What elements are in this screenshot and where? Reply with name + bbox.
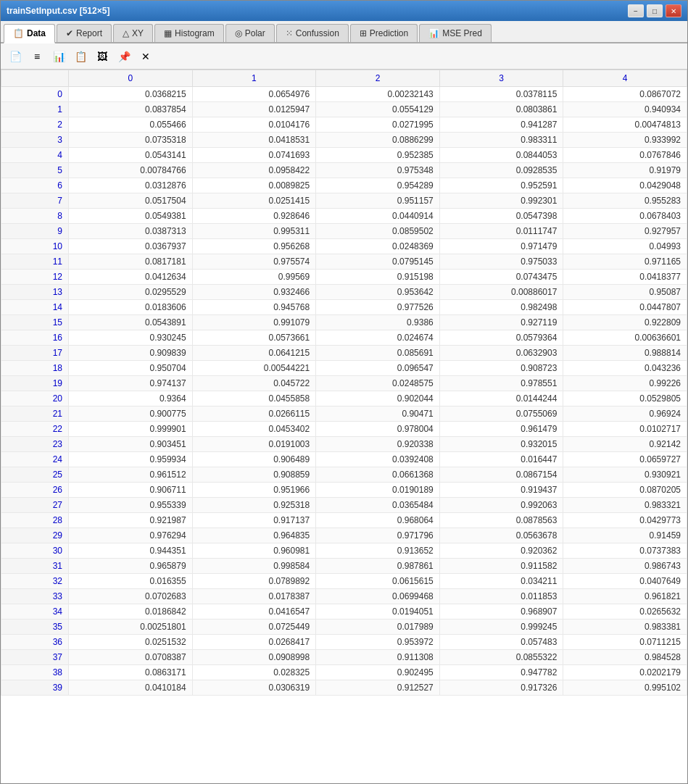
cell-value: 0.941287 [439,117,563,133]
window-title: trainSetInput.csv [512×5] [7,6,109,16]
cell-value: 0.90471 [316,406,440,422]
cell-value: 0.9364 [69,391,193,406]
copy-toolbar-btn[interactable]: 📋 [70,47,91,66]
table-row: 360.02515320.02684170.9539720.0574830.07… [1,635,687,650]
row-index: 16 [1,330,69,346]
cell-value: 0.9386 [316,315,440,330]
row-index: 1 [1,102,69,117]
table-row: 130.02955290.9324660.9536420.008860170.9… [1,285,687,300]
row-index: 8 [1,209,69,224]
cell-value: 0.0368215 [69,87,193,102]
table-row: 210.9007750.02661150.904710.07550690.969… [1,406,687,422]
tab-prediction[interactable]: ⊞Prediction [350,24,418,42]
close-button[interactable]: ✕ [666,4,681,17]
tab-icon-mse-pred: 📊 [428,28,439,38]
cell-value: 0.961512 [69,467,193,483]
data-table: 0123400.03682150.06549760.002321430.0378… [1,70,687,696]
cell-value: 0.955283 [563,193,687,209]
table-row: 200.93640.04558580.9020440.01442440.0529… [1,391,687,406]
cell-value: 0.952591 [439,178,563,193]
cell-value: 0.983321 [563,498,687,513]
paste-toolbar-btn[interactable]: 📌 [114,47,134,66]
tab-xy[interactable]: △XY [113,24,153,42]
cell-value: 0.0429048 [563,178,687,193]
cell-value: 0.0702683 [69,589,193,604]
tab-report[interactable]: ✔Report [57,24,112,42]
tab-mse-pred[interactable]: 📊MSE Pred [419,24,492,42]
cell-value: 0.0803861 [439,102,563,117]
table-container[interactable]: 0123400.03682150.06549760.002321430.0378… [1,70,687,783]
cell-value: 0.995102 [563,680,687,696]
table-row: 110.08171810.9755740.07951450.9750330.97… [1,254,687,270]
cell-value: 0.0741693 [192,148,316,163]
cell-value: 0.0928535 [439,163,563,178]
cell-value: 0.922809 [563,315,687,330]
row-index: 7 [1,193,69,209]
table-row: 370.07083870.09089980.9113080.08553220.9… [1,650,687,665]
tab-label-data: Data [27,28,46,38]
row-index: 6 [1,178,69,193]
tab-data[interactable]: 📋Data [4,24,55,43]
cell-value: 0.906711 [69,483,193,498]
cell-value: 0.0265632 [563,604,687,620]
cell-value: 0.0844053 [439,148,563,163]
cell-value: 0.0089825 [192,178,316,193]
tab-polar[interactable]: ◎Polar [225,24,275,42]
cell-value: 0.0378115 [439,87,563,102]
new-toolbar-btn[interactable]: 📄 [5,47,25,66]
cell-value: 0.99569 [192,270,316,285]
row-index: 31 [1,559,69,574]
cell-value: 0.0554129 [316,102,440,117]
cell-value: 0.0517504 [69,193,193,209]
table-row: 230.9034510.01910030.9203380.9320150.921… [1,437,687,452]
cell-value: 0.0725449 [192,620,316,635]
table-row: 180.9507040.005442210.0965470.9087230.04… [1,361,687,376]
row-index: 36 [1,635,69,650]
delete-toolbar-btn[interactable]: ✕ [136,47,156,66]
cell-value: 0.0867072 [563,87,687,102]
cell-value: 0.950704 [69,361,193,376]
cell-value: 0.968064 [316,513,440,528]
cell-value: 0.920338 [316,437,440,452]
table-row: 280.9219870.9171370.9680640.08785630.042… [1,513,687,528]
cell-value: 0.913652 [316,543,440,559]
tab-bar: 📋Data✔Report△XY▦Histogram◎Polar⁙Confussi… [1,21,687,43]
tab-icon-confussion: ⁙ [286,28,293,38]
table-row: 100.03679370.9562680.02483690.9714790.04… [1,239,687,254]
image-toolbar-btn[interactable]: 🖼 [92,47,112,66]
cell-value: 0.0266115 [192,406,316,422]
row-index: 25 [1,467,69,483]
cell-value: 0.0295529 [69,285,193,300]
list-toolbar-btn[interactable]: ≡ [27,47,47,66]
tab-confussion[interactable]: ⁙Confussion [276,24,349,42]
bar-chart-toolbar-btn[interactable]: 📊 [49,47,69,66]
tab-icon-histogram: ▦ [164,28,172,38]
cell-value: 0.927957 [563,224,687,239]
maximize-button[interactable]: □ [647,4,663,17]
cell-value: 0.0367937 [69,239,193,254]
cell-value: 0.920362 [439,543,563,559]
cell-value: 0.0178387 [192,589,316,604]
cell-value: 0.977526 [316,300,440,315]
cell-value: 0.0708387 [69,650,193,665]
row-index: 27 [1,498,69,513]
tab-label-confussion: Confussion [296,28,339,38]
cell-value: 0.0579364 [439,330,563,346]
row-index: 35 [1,620,69,635]
table-row: 140.01836060.9457680.9775260.9824980.044… [1,300,687,315]
table-row: 190.9741370.0457220.02485750.9785510.992… [1,376,687,391]
cell-value: 0.0418531 [192,133,316,148]
cell-value: 0.902495 [316,665,440,680]
cell-value: 0.0125947 [192,102,316,117]
tab-histogram[interactable]: ▦Histogram [154,24,224,42]
cell-value: 0.0268417 [192,635,316,650]
cell-value: 0.0418377 [563,270,687,285]
cell-value: 0.988814 [563,346,687,361]
cell-value: 0.987861 [316,559,440,574]
row-index: 4 [1,148,69,163]
table-row: 50.007847660.09584220.9753480.09285350.9… [1,163,687,178]
row-index: 39 [1,680,69,696]
cell-value: 0.96924 [563,406,687,422]
minimize-button[interactable]: − [628,4,644,17]
cell-value: 0.0795145 [316,254,440,270]
